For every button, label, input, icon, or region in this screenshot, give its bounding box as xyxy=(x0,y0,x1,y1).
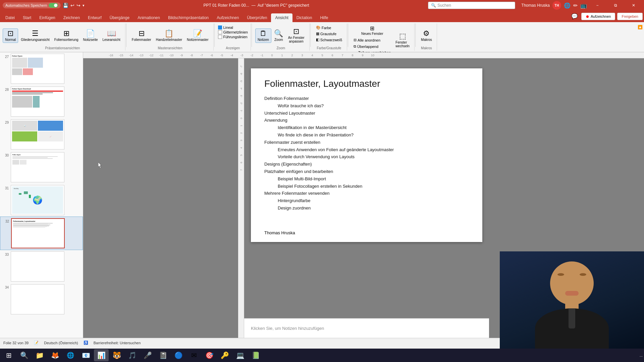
graustufe-icon: ▦ xyxy=(316,32,319,36)
btn-notizen[interactable]: 🗒 Notizen xyxy=(255,28,271,43)
slide-thumb-28[interactable]: 28 Folien-Typen Download xyxy=(0,85,83,118)
slide-item-7-2: Design zuordnen xyxy=(264,205,469,212)
cb-lineal[interactable]: Lineal xyxy=(218,25,248,29)
cb-fuhrung-box[interactable] xyxy=(218,35,222,39)
btn-zoom[interactable]: 🔍 Zoom xyxy=(272,29,285,43)
taskbar-firefox[interactable]: 🦊 xyxy=(48,349,62,361)
group-zoom: 🗒 Notizen 🔍 Zoom ⊡ An Fensteranpassen Zo… xyxy=(253,23,310,51)
btn-normal[interactable]: ⊡ Normal xyxy=(3,28,18,43)
btn-alle-anordnen[interactable]: ⊟ Alle anordnen xyxy=(352,37,393,43)
cb-gitternetzlinien[interactable]: Gitternetzlinien xyxy=(218,30,248,34)
btn-an-fenster[interactable]: ⊡ An Fensteranpassen xyxy=(286,27,307,44)
slide-thumb-31[interactable]: 31 🌍 World Map xyxy=(0,184,83,217)
save-icon[interactable]: 💾 xyxy=(63,3,68,8)
btn-zoom-label: Zoom xyxy=(274,38,283,42)
slide-item-4-2: Vorteile durch Verwendung von Layouts xyxy=(264,154,469,161)
user-avatar[interactable]: TH xyxy=(552,1,561,10)
btn-uberlappend[interactable]: ⧉ Überlappend xyxy=(352,44,393,49)
taskbar-app14[interactable]: 💻 xyxy=(233,349,248,361)
slide-item-6-1: Beispiel Multi-Bild-Import xyxy=(264,176,469,183)
btn-uberlappend-label: Überlappend xyxy=(357,45,378,49)
tab-ansicht[interactable]: Ansicht xyxy=(271,13,292,22)
btn-graustufe[interactable]: ▦ Graustufe xyxy=(314,31,338,37)
btn-makros[interactable]: ⚙ Makros xyxy=(419,29,434,43)
restore-button[interactable]: ⧉ xyxy=(608,0,623,11)
slide-main[interactable]: Folienmaster, Layoutmaster Definition Fo… xyxy=(244,58,489,318)
taskbar-app7[interactable]: 🎵 xyxy=(125,349,140,361)
taskbar-search[interactable]: 🔍 xyxy=(17,349,32,361)
cb-fuhrungslinien[interactable]: Führungslinien xyxy=(218,35,248,39)
uberlappend-icon: ⧉ xyxy=(354,44,356,49)
close-button[interactable]: ✕ xyxy=(626,0,641,11)
tab-start[interactable]: Start xyxy=(19,13,35,22)
btn-farbe[interactable]: 🎨 Farbe xyxy=(314,25,333,31)
redo-icon[interactable]: ↪ xyxy=(76,3,80,8)
taskbar-explorer[interactable]: 📁 xyxy=(32,349,47,361)
share-button[interactable]: Freigeben xyxy=(617,13,643,20)
btn-neues-fenster[interactable]: ⊞ Neues Fenster xyxy=(352,25,393,37)
taskbar-outlook[interactable]: 📧 xyxy=(78,349,93,361)
tab-uberprufen[interactable]: Überprüfen xyxy=(243,13,271,22)
slide-thumb-33[interactable]: 33 xyxy=(0,250,83,283)
btn-gliederungsansicht[interactable]: ☰ Gliederungsansicht xyxy=(19,29,52,43)
search-bar[interactable]: 🔍 Suchen xyxy=(428,2,515,9)
comment-button[interactable]: 💬 xyxy=(570,12,579,21)
tab-dictation[interactable]: Dictation xyxy=(292,13,316,22)
taskbar-app10[interactable]: 🔵 xyxy=(171,349,186,361)
taskbar-app11[interactable]: ✉ xyxy=(186,349,201,361)
globe-icon[interactable]: 🌐 xyxy=(564,2,571,9)
ribbon-collapse-btn[interactable]: 🔼 xyxy=(636,23,644,31)
taskbar-app12[interactable]: 🎯 xyxy=(202,349,217,361)
btn-folienmaster[interactable]: ⊟ Folienmaster xyxy=(130,29,153,43)
slide-thumb-29[interactable]: 29 📊 📈 xyxy=(0,118,83,151)
tab-einfugen[interactable]: Einfügen xyxy=(35,13,59,22)
autosave-toggle-knob[interactable] xyxy=(49,3,58,8)
notes-area[interactable]: Klicken Sie, um Notizen hinzuzufügen xyxy=(244,318,489,338)
btn-notizseite[interactable]: 📄 Notizseite xyxy=(81,29,100,43)
person-body xyxy=(535,308,609,349)
undo-icon[interactable]: ↩ xyxy=(70,3,74,8)
display-icon[interactable]: 📺 xyxy=(580,2,587,9)
cb-gitternetz-box[interactable] xyxy=(218,30,222,34)
pen-icon[interactable]: ✏ xyxy=(573,2,578,9)
taskbar-app8[interactable]: 🎤 xyxy=(140,349,155,361)
slide-thumb-30[interactable]: 30 Folien-Typen xyxy=(0,151,83,184)
cb-lineal-box[interactable] xyxy=(218,25,222,29)
slide-item-3: Anwendung xyxy=(264,117,469,124)
an-fenster-icon: ⊡ xyxy=(293,28,299,35)
btn-schwarzweiss[interactable]: ◧ Schwarzweiß xyxy=(314,37,344,43)
slide-content-area[interactable]: Folienmaster, Layoutmaster Definition Fo… xyxy=(251,68,482,242)
tab-ubergange[interactable]: Übergänge xyxy=(106,13,133,22)
taskbar-chrome[interactable]: 🌐 xyxy=(63,349,78,361)
taskbar-app13[interactable]: 🔑 xyxy=(217,349,232,361)
taskbar-start[interactable]: ⊞ xyxy=(1,349,16,361)
btn-handzettelmaster[interactable]: 📋 Handzettelmaster xyxy=(154,29,184,43)
slide-thumb-34[interactable]: 34 xyxy=(0,283,83,316)
taskbar-time: ... xyxy=(640,353,643,357)
tab-datei[interactable]: Datei xyxy=(1,13,19,22)
slide-panel: 27 Folien-Typen 28 xyxy=(0,52,83,338)
tab-animationen[interactable]: Animationen xyxy=(133,13,164,22)
btn-leseansicht[interactable]: 📖 Leseansicht xyxy=(100,29,122,43)
btn-notizenmaster[interactable]: 📝 Notizenmaster xyxy=(185,29,210,43)
slide-thumb-27[interactable]: 27 Folien-Typen xyxy=(0,52,83,85)
btn-foliensortierung[interactable]: ⊞ Foliensortierung xyxy=(52,29,80,43)
tab-hilfe[interactable]: Hilfe xyxy=(316,13,332,22)
tab-aufzeichnen[interactable]: Aufzeichnen xyxy=(213,13,243,22)
tab-entwurf[interactable]: Entwurf xyxy=(84,13,106,22)
autosave-toggle[interactable]: Automatisches Speichern xyxy=(3,2,61,8)
slide-title: Folienmaster, Layoutmaster xyxy=(264,78,469,89)
tab-bildschirm[interactable]: Bildschirmpräsentation xyxy=(164,13,213,22)
btn-foliensortierung-label: Foliensortierung xyxy=(54,38,78,42)
taskbar-onenote[interactable]: 📓 xyxy=(156,349,170,361)
taskbar-excel[interactable]: 📗 xyxy=(248,349,263,361)
minimize-button[interactable]: − xyxy=(590,0,605,11)
record-icon: ⏺ xyxy=(586,14,589,18)
record-button[interactable]: ⏺ Aufzeichnen xyxy=(581,13,615,20)
tab-zeichnen[interactable]: Zeichnen xyxy=(59,13,84,22)
btn-fenster-wechseln[interactable]: ⬚ Fensterwechseln xyxy=(393,32,412,49)
slide-thumb-32[interactable]: 32 Folienmaster, Layoutmaster xyxy=(0,217,83,250)
taskbar-powerpoint[interactable]: 📊 xyxy=(94,349,109,361)
slide-num-31: 31 xyxy=(2,186,9,190)
taskbar-app6[interactable]: 🐯 xyxy=(109,349,124,361)
